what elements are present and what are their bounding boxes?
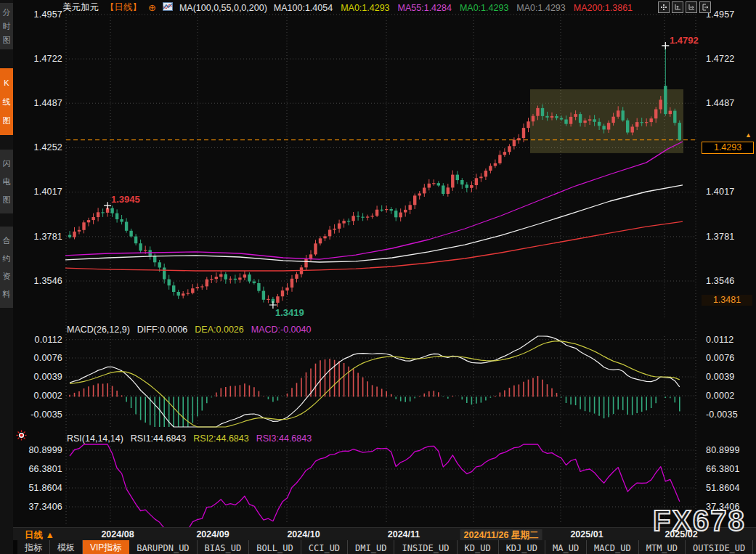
sidebar-tab-3[interactable]: 闪电图 <box>0 150 13 213</box>
swing-high-label: 1.3945 <box>111 194 140 205</box>
ma-line-MA55 <box>65 142 683 259</box>
rsi-panel-header: RSI(14,14,14) RSI1:44.6843 RSI2:44.6843 … <box>67 433 312 444</box>
axis-tick-label: 51.8604 <box>13 483 62 493</box>
sidebar-tab-1[interactable]: 分时图 <box>0 3 13 49</box>
rsi-title: RSI(14,14,14) <box>67 433 123 444</box>
indicator-toolbar: 指标模板VIP指标BARUPDN_UDBIAS_UDBOLL_UDCCI_UDD… <box>13 540 756 554</box>
ma-value-2: MA0:1.4293 <box>341 3 389 13</box>
toolbar-item->>[interactable]: >> <box>753 540 756 554</box>
alert-dot-icon[interactable] <box>16 430 27 444</box>
low-price-badge: 1.3481 <box>702 295 752 306</box>
macd-title: MACD(26,12,9) <box>67 325 130 335</box>
ma-value-5: MA0:1.4293 <box>516 3 565 13</box>
spike-high-label: 1.4792 <box>670 35 699 46</box>
toolbar-item-dmi_ud[interactable]: DMI_UD <box>348 540 394 554</box>
time-label: 2025/01 <box>570 529 603 539</box>
axis-tick-label: 0.0076 <box>706 353 734 363</box>
ma-line-MA100 <box>65 185 683 262</box>
toolbar-item-bias_ud[interactable]: BIAS_UD <box>198 540 250 554</box>
macd-diff-value: DIFF:0.0006 <box>137 325 187 335</box>
axis-tick-label: -0.0035 <box>706 410 738 420</box>
axis-tick-label: 0.0076 <box>13 353 62 363</box>
axis-tick-label: 0.0002 <box>13 391 62 401</box>
toolbar-item-macd_ud[interactable]: MACD_UD <box>587 540 639 554</box>
toolbar-item-kdj_ud[interactable]: KDJ_UD <box>499 540 545 554</box>
scale-up-icon[interactable] <box>672 1 683 13</box>
sidebar-tab-4[interactable]: 合约资料 <box>0 227 13 308</box>
ma-values: MA100:1.4054MA0:1.4293MA55:1.4284MA0:1.4… <box>274 3 633 13</box>
time-label: 2025/02 <box>664 529 697 539</box>
axis-tick-label: 1.4722 <box>13 54 62 64</box>
ma-value-4: MA0:1.4293 <box>460 3 508 13</box>
toolbar-item-kd_ud[interactable]: KD_UD <box>458 540 499 554</box>
scale-right-icon[interactable] <box>686 1 697 13</box>
add-overlay-icon[interactable]: ⊕ <box>148 2 156 13</box>
axis-tick-label: 0.0039 <box>13 372 62 382</box>
axis-tick-label: 66.3801 <box>13 464 62 474</box>
toolbar-item-mtm_ud[interactable]: MTM_UD <box>639 540 686 554</box>
period-tag[interactable]: 【日线】 <box>105 1 142 14</box>
toolbar-item-vip[interactable]: VIP指标 <box>83 540 129 554</box>
chart-header: 美元加元 【日线】 ⊕ MA(100,0,55,0,0,200) MA100:1… <box>62 1 633 14</box>
axis-tick-label: 0.0112 <box>706 335 734 345</box>
sidebar-tab-2[interactable]: K线图 <box>0 68 13 135</box>
axis-tick-label: 1.4252 <box>13 142 62 152</box>
macd-diff-line <box>70 336 680 427</box>
time-label: 2024/08 <box>101 529 134 539</box>
toolbar-item-ma_ud[interactable]: MA_UD <box>545 540 587 554</box>
axis-tick-label: 0.0112 <box>13 335 62 345</box>
axis-tick-label: -0.0035 <box>13 410 62 420</box>
swing-low-label: 1.3419 <box>275 307 304 318</box>
time-label: 2024/09 <box>196 529 229 539</box>
axis-tick-label: 1.4017 <box>13 187 62 197</box>
axis-tick-label: 1.4487 <box>706 98 734 108</box>
toolbar-item-boll_ud[interactable]: BOLL_UD <box>249 540 301 554</box>
time-label: 2024/10 <box>287 529 320 539</box>
axis-tick-label: 37.3406 <box>706 502 740 512</box>
time-label: 2024/11 <box>388 529 420 539</box>
axis-tick-label: 1.3781 <box>706 232 734 242</box>
ma-value-6: MA200:1.3861 <box>574 3 633 13</box>
axis-tick-label: 0.0002 <box>706 391 734 401</box>
grid-move-icon[interactable] <box>658 1 670 13</box>
toolbar-item-inside_ud[interactable]: INSIDE_UD <box>394 540 457 554</box>
rsi3-value: RSI3:44.6843 <box>256 433 312 444</box>
time-axis-bar[interactable]: 日线 ▲ 2024/082024/092024/102024/112024/11… <box>13 527 756 541</box>
rsi2-value: RSI2:44.6843 <box>193 433 248 444</box>
chart-canvas[interactable] <box>0 0 756 554</box>
axis-tick-label: 51.8604 <box>706 483 740 493</box>
chart-app: 分时图K线图闪电图合约资料 美元加元 【日线】 ⊕ MA(100,0,55,0,… <box>0 0 756 554</box>
toolbar-item-cci_ud[interactable]: CCI_UD <box>301 540 348 554</box>
rsi-line <box>70 444 680 530</box>
macd-dea-value: DEA:0.0026 <box>195 325 243 335</box>
axis-tick-label: 1.3546 <box>706 276 734 286</box>
axis-tick-label: 37.3406 <box>13 502 62 512</box>
axis-tick-label: 80.8999 <box>706 445 740 455</box>
axis-tick-label: 1.4487 <box>13 98 62 108</box>
price-up-arrow-icon: ▲ <box>745 132 752 138</box>
ma-value-3: MA55:1.4284 <box>398 3 452 13</box>
symbol-name: 美元加元 <box>62 1 99 14</box>
axis-tick-label: 1.4957 <box>13 9 62 20</box>
macd-macd-value: MACD:-0.0040 <box>251 325 312 335</box>
axis-tick-label: 66.3801 <box>706 464 740 474</box>
toolbar-item-[interactable]: 指标 <box>17 540 50 554</box>
macd-panel-header: MACD(26,12,9) DIFF:0.0006 DEA:0.0026 MAC… <box>67 325 311 335</box>
axis-tick-label: 0.0039 <box>706 372 734 382</box>
chart-type-sidebar: 分时图K线图闪电图合约资料 <box>0 0 13 554</box>
ma-value-1: MA100:1.4054 <box>274 3 333 13</box>
toolbar-item-outside_ud[interactable]: OUTSIDE_UD <box>686 540 753 554</box>
axis-tick-label: 1.4722 <box>706 54 734 64</box>
rsi1-value: RSI1:44.6843 <box>131 433 186 444</box>
header-icon-group <box>658 1 711 13</box>
axis-tick-label: 1.3781 <box>13 232 62 242</box>
axis-tick-label: 80.8999 <box>13 445 62 455</box>
mini-chart-icon[interactable] <box>163 2 173 13</box>
current-price-badge: 1.4293 <box>702 142 754 154</box>
toolbar-item-[interactable]: 模板 <box>50 540 83 554</box>
ma-settings: MA(100,0,55,0,0,200) <box>179 3 267 13</box>
exit-chart-icon[interactable] <box>699 1 711 13</box>
axis-tick-label: 1.3546 <box>13 276 62 286</box>
toolbar-item-barupdn_ud[interactable]: BARUPDN_UD <box>129 540 197 554</box>
axis-tick-label: 1.4017 <box>706 187 734 197</box>
